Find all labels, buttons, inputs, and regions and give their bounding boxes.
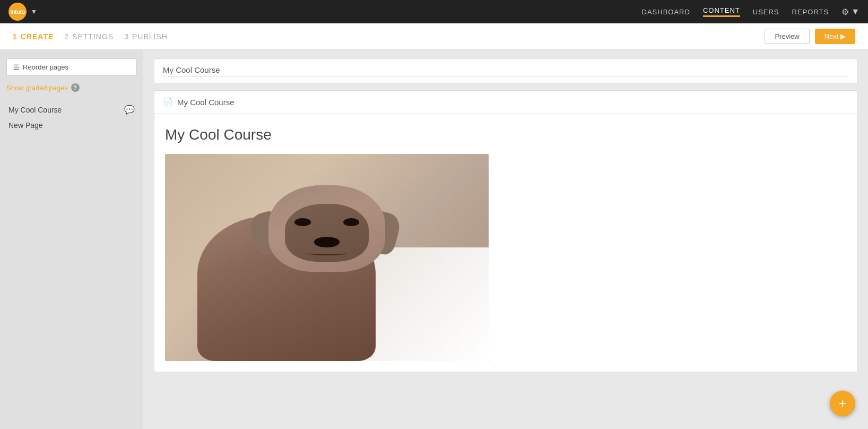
main-layout: ☰ Reorder pages Show graded pages ? My C… xyxy=(0,50,868,429)
reorder-icon: ☰ xyxy=(13,63,20,71)
logo-text: intuto xyxy=(10,8,25,15)
step1-number: 1 xyxy=(13,32,18,41)
nav-link-content[interactable]: CONTENT xyxy=(703,6,740,17)
nav-link-reports[interactable]: REPORTS xyxy=(792,8,829,16)
course-image xyxy=(165,154,489,361)
step1-label: CREATE xyxy=(21,32,54,41)
step-2[interactable]: 2 SETTINGS xyxy=(64,32,114,41)
sidebar-page-my-cool-course[interactable]: My Cool Course 💬 xyxy=(6,101,137,118)
step-3[interactable]: 3 PUBLISH xyxy=(124,32,168,41)
logo[interactable]: intuto xyxy=(8,3,27,21)
step3-number: 3 xyxy=(124,32,129,41)
page-card-body: My Cool Course xyxy=(154,114,857,372)
page-card: 📄 My Cool Course My Cool Course xyxy=(154,90,857,372)
step2-label: SETTINGS xyxy=(72,32,114,41)
course-heading: My Cool Course xyxy=(165,126,846,143)
reorder-label: Reorder pages xyxy=(23,63,68,71)
show-graded-toggle[interactable]: Show graded pages ? xyxy=(6,83,137,92)
show-graded-label: Show graded pages xyxy=(6,84,68,92)
content-area: 📄 My Cool Course My Cool Course xyxy=(143,50,868,429)
page-card-header: 📄 My Cool Course xyxy=(154,91,857,114)
logo-dropdown-icon[interactable]: ▼ xyxy=(31,8,37,15)
fab-button[interactable]: + xyxy=(830,391,855,416)
settings-dropdown-icon: ▼ xyxy=(851,7,860,16)
page-doc-icon: 📄 xyxy=(163,97,173,107)
settings-menu[interactable]: ⚙ ▼ xyxy=(841,7,860,17)
page-card-title: My Cool Course xyxy=(177,98,235,107)
step-1[interactable]: 1 CREATE xyxy=(13,32,54,41)
fab-icon: + xyxy=(839,396,846,411)
course-title-input[interactable] xyxy=(163,65,848,77)
nav-left: intuto ▼ xyxy=(8,3,37,21)
step3-label: PUBLISH xyxy=(132,32,168,41)
step-bar-left: 1 CREATE 2 SETTINGS 3 PUBLISH xyxy=(13,32,168,41)
nav-link-users[interactable]: USERS xyxy=(753,8,779,16)
nav-right: DASHBOARD CONTENT USERS REPORTS ⚙ ▼ xyxy=(642,6,860,17)
gear-icon: ⚙ xyxy=(841,7,849,17)
sidebar-page-new-page[interactable]: New Page xyxy=(6,118,137,133)
sidebar: ☰ Reorder pages Show graded pages ? My C… xyxy=(0,50,143,429)
chat-icon-0: 💬 xyxy=(124,105,135,115)
nav-link-dashboard[interactable]: DASHBOARD xyxy=(642,8,690,16)
top-nav: intuto ▼ DASHBOARD CONTENT USERS REPORTS… xyxy=(0,0,868,23)
step-bar-right: Preview Next ▶ xyxy=(765,29,855,44)
reorder-pages-button[interactable]: ☰ Reorder pages xyxy=(6,58,137,76)
step-bar: 1 CREATE 2 SETTINGS 3 PUBLISH Preview Ne… xyxy=(0,23,868,50)
next-button[interactable]: Next ▶ xyxy=(815,29,855,44)
preview-button[interactable]: Preview xyxy=(765,29,809,44)
sidebar-page-title-1: New Page xyxy=(8,121,43,130)
breadcrumb-title-wrapper xyxy=(154,58,857,84)
step2-number: 2 xyxy=(64,32,69,41)
help-icon: ? xyxy=(71,83,80,92)
sidebar-page-title-0: My Cool Course xyxy=(8,106,62,114)
